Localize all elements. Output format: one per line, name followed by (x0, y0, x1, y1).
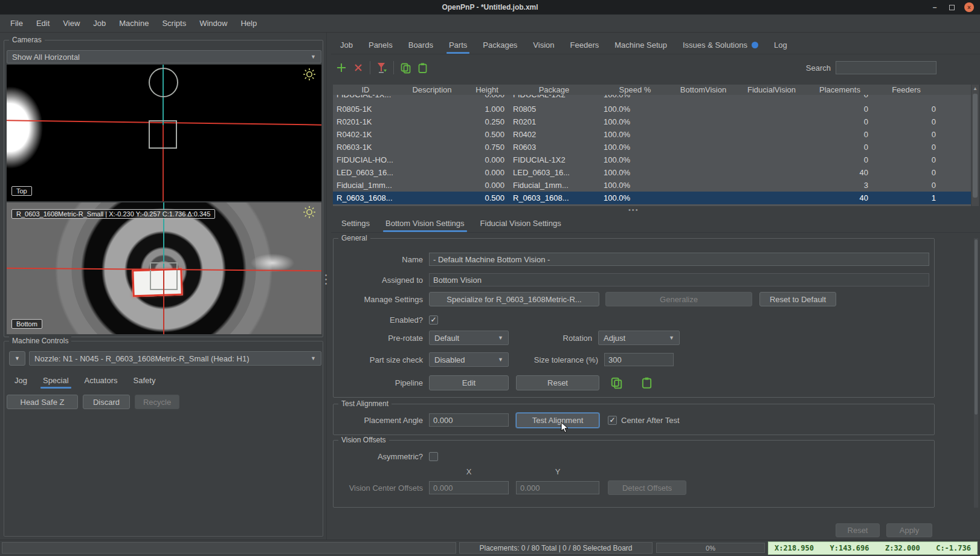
settings-tab-fiducial-vision-settings[interactable]: Fiducial Vision Settings (472, 215, 569, 232)
reset-to-default-button[interactable]: Reset to Default (759, 292, 836, 306)
test-alignment-group: Test Alignment Placement Angle 0.000 Tes… (333, 404, 935, 435)
table-cell: 100.0% (600, 193, 671, 202)
scroll-up-arrow[interactable]: ▲ (972, 85, 979, 93)
control-tab-actuators[interactable]: Actuators (77, 372, 126, 389)
copy-icon[interactable] (397, 60, 414, 76)
table-cell: 100.0% (600, 168, 671, 177)
pipeline-reset-button[interactable]: Reset (516, 375, 599, 390)
control-tab-special[interactable]: Special (35, 372, 77, 389)
column-header-height[interactable]: Height (466, 85, 509, 94)
table-row[interactable]: FIDUCIAL-HO...0.000FIDUCIAL-1X2100.0%00 (333, 154, 971, 166)
tab-job[interactable]: Job (332, 36, 361, 54)
delete-part-button[interactable] (350, 60, 367, 76)
column-header-feeders[interactable]: Feeders (873, 85, 941, 94)
menu-item-file[interactable]: File (4, 15, 30, 32)
table-header: IDDescriptionHeightPackageSpeed %BottomV… (333, 85, 971, 95)
splitter-grip[interactable]: ••• (324, 273, 328, 286)
detect-offsets-button[interactable]: Detect Offsets (608, 480, 686, 495)
offset-y-input[interactable]: 0.000 (516, 481, 599, 494)
name-input[interactable]: - Default Machine Bottom Vision - (429, 253, 929, 266)
camera-name-badge: Bottom (11, 319, 42, 329)
head-safe-z-button[interactable]: Head Safe Z (7, 395, 78, 409)
reticle-circle (149, 68, 178, 97)
bottom-camera-view[interactable]: R_0603_1608Metric-R_Small | X:-0.230 Y:-… (7, 202, 321, 334)
asymmetric-checkbox[interactable] (429, 452, 438, 461)
minimize-button[interactable]: – (930, 3, 940, 11)
table-row[interactable]: R0805-1K1.000R0805100.0%00 (333, 103, 971, 115)
tab-log[interactable]: Log (766, 36, 795, 54)
menu-item-machine[interactable]: Machine (112, 15, 155, 32)
scrollbar-thumb[interactable] (973, 94, 978, 198)
generalize-button[interactable]: Generalize (605, 292, 752, 306)
prerotate-select[interactable]: Default▼ (429, 331, 509, 345)
menu-item-edit[interactable]: Edit (30, 15, 56, 32)
nozzle-selector[interactable]: Nozzle: N1 - N045 - R_0603_1608Metric-R_… (29, 351, 321, 366)
top-camera-view[interactable]: Top (7, 65, 321, 201)
table-row[interactable]: Fiducial_1mm...0.000Fiducial_1mm...100.0… (333, 179, 971, 192)
head-selector-button[interactable]: ▼ (9, 351, 25, 366)
tab-machine-setup[interactable]: Machine Setup (607, 36, 675, 54)
tab-vision[interactable]: Vision (525, 36, 562, 54)
settings-scrollbar[interactable] (974, 238, 978, 508)
tab-issues-solutions[interactable]: Issues & Solutions (675, 36, 766, 54)
tab-boards[interactable]: Boards (401, 36, 441, 54)
pick-part-icon[interactable] (373, 60, 390, 76)
offset-x-input[interactable]: 0.000 (429, 481, 509, 494)
tab-packages[interactable]: Packages (475, 36, 525, 54)
recycle-button[interactable]: Recycle (135, 395, 179, 409)
add-part-button[interactable] (333, 60, 350, 76)
enabled-checkbox[interactable]: ✓ (429, 315, 438, 325)
discard-button[interactable]: Discard (83, 395, 130, 409)
camera-selector[interactable]: Show All Horizontal ▼ (7, 50, 321, 63)
table-row[interactable]: R0402-1K0.500R0402100.0%00 (333, 128, 971, 141)
column-header-fiducialvision[interactable]: FiducialVision (737, 85, 808, 94)
size-tolerance-input[interactable]: 300 (604, 353, 674, 366)
table-row[interactable]: R0603-1K0.750R0603100.0%00 (333, 141, 971, 154)
status-bar: Placements: 0 / 80 Total | 0 / 80 Select… (0, 540, 980, 556)
specialize-button[interactable]: Specialize for R_0603_1608Metric-R... (429, 292, 599, 306)
menu-item-window[interactable]: Window (193, 15, 234, 32)
progress-bar: 0% (656, 543, 765, 553)
column-header-package[interactable]: Package (509, 85, 600, 94)
footer-reset-button[interactable]: Reset (836, 523, 880, 537)
scrollbar-thumb[interactable] (975, 239, 978, 415)
tab-parts[interactable]: Parts (441, 36, 475, 54)
test-alignment-button[interactable]: Test Alignment (516, 413, 599, 428)
table-row[interactable]: FIDUCIAL-1X...0.000FIDUCIAL-1X2100.0%0 (333, 95, 971, 103)
settings-tab-settings[interactable]: Settings (334, 215, 378, 232)
table-cell: LED_0603_16... (333, 168, 399, 177)
part-size-check-select[interactable]: Disabled▼ (429, 352, 509, 367)
table-row[interactable]: LED_0603_16...0.000LED_0603_16...100.0%4… (333, 166, 971, 179)
center-after-test-checkbox[interactable]: ✓ (608, 416, 617, 425)
brightness-icon[interactable] (302, 67, 317, 83)
close-button[interactable]: × (964, 2, 974, 12)
placement-angle-input[interactable]: 0.000 (429, 413, 509, 427)
paste-pipeline-icon[interactable] (638, 375, 655, 390)
table-scrollbar[interactable]: ▲ (972, 85, 979, 206)
menu-item-view[interactable]: View (56, 15, 86, 32)
menu-item-scripts[interactable]: Scripts (155, 15, 193, 32)
column-header-bottomvision[interactable]: BottomVision (671, 85, 737, 94)
footer-apply-button[interactable]: Apply (886, 523, 932, 537)
tab-panels[interactable]: Panels (361, 36, 401, 54)
column-header-description[interactable]: Description (399, 85, 466, 94)
rotation-select[interactable]: Adjust▼ (598, 331, 680, 345)
table-row[interactable]: R0201-1K0.250R0201100.0%00 (333, 115, 971, 128)
control-tab-jog[interactable]: Jog (7, 372, 35, 389)
menu-item-help[interactable]: Help (234, 15, 263, 32)
search-input[interactable] (836, 61, 936, 74)
column-header-placements[interactable]: Placements (808, 85, 873, 94)
menu-item-job[interactable]: Job (86, 15, 112, 32)
pipeline-edit-button[interactable]: Edit (429, 375, 509, 390)
settings-tab-bottom-vision-settings[interactable]: Bottom Vision Settings (378, 215, 472, 232)
brightness-icon[interactable] (302, 205, 317, 221)
control-tab-safety[interactable]: Safety (126, 372, 164, 389)
column-header-speed-[interactable]: Speed % (600, 85, 671, 94)
tab-feeders[interactable]: Feeders (563, 36, 607, 54)
copy-pipeline-icon[interactable] (608, 375, 625, 390)
column-header-id[interactable]: ID (333, 85, 399, 94)
splitter-grip[interactable]: ••• (628, 206, 639, 213)
maximize-button[interactable] (949, 5, 955, 10)
table-row[interactable]: R_0603_1608...0.500R_0603_1608...100.0%4… (333, 192, 971, 204)
paste-icon[interactable] (414, 60, 431, 76)
